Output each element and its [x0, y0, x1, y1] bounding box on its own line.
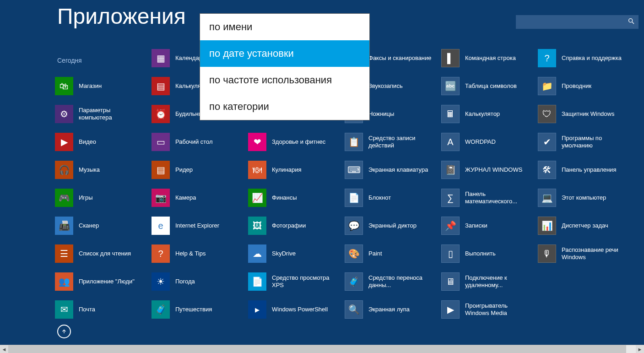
- app-label: Музыка: [79, 166, 100, 174]
- app-tile[interactable]: ?Help & Tips: [152, 242, 243, 265]
- app-tile[interactable]: ▶Проигрыватель Windows Media: [441, 298, 533, 321]
- app-tile[interactable]: 💬Экранный диктор: [345, 214, 436, 237]
- app-tile[interactable]: ∑Панель математического...: [441, 186, 533, 209]
- app-icon: 💬: [345, 217, 363, 235]
- app-icon: 📊: [538, 217, 556, 235]
- app-tile[interactable]: 📁Проводник: [538, 75, 629, 98]
- app-tile[interactable]: ▸Windows PowerShell: [248, 298, 340, 321]
- app-tile[interactable]: 🛡Защитник Windows: [538, 103, 629, 125]
- app-tile[interactable]: 🧳Путешествия: [152, 298, 243, 321]
- scroll-track[interactable]: [8, 345, 636, 353]
- app-label: Распознавание речи Windows: [562, 246, 628, 261]
- sort-option-category[interactable]: по категории: [200, 93, 369, 120]
- app-label: Кулинария: [272, 166, 302, 174]
- app-tile[interactable]: ☁SkyDrive: [248, 242, 340, 265]
- horizontal-scrollbar[interactable]: ◄ ►: [0, 345, 644, 353]
- app-tile[interactable]: 🎨Paint: [345, 242, 436, 265]
- app-label: Этот компьютер: [562, 194, 606, 201]
- app-tile[interactable]: 📓ЖУРНАЛ WINDOWS: [441, 158, 533, 181]
- app-tile[interactable]: 🎮Игры: [55, 186, 146, 209]
- app-tile[interactable]: 🖩Калькулятор: [441, 103, 533, 125]
- app-label: Рабочий стол: [175, 138, 213, 146]
- app-label: Видео: [79, 138, 96, 146]
- app-icon: 📈: [248, 189, 266, 207]
- app-icon: ▤: [152, 161, 170, 179]
- app-tile[interactable]: ⚙Параметры компьютера: [55, 103, 146, 125]
- app-tile[interactable]: 📄Блокнот: [345, 186, 436, 209]
- app-tile[interactable]: 🛠Панель управления: [538, 158, 629, 181]
- app-tile[interactable]: eInternet Explorer: [152, 214, 243, 237]
- app-tile[interactable]: 🎧Музыка: [55, 158, 146, 181]
- app-tile[interactable]: 🎙Распознавание речи Windows: [538, 242, 629, 265]
- scroll-thumb[interactable]: [8, 345, 626, 353]
- app-icon: 📁: [538, 77, 556, 95]
- sort-menu: по имени по дате установки по частоте ис…: [200, 13, 370, 120]
- sort-option-name[interactable]: по имени: [200, 14, 369, 40]
- app-icon: ▶: [441, 300, 460, 319]
- app-tile[interactable]: ☰Список для чтения: [55, 242, 146, 265]
- app-tile[interactable]: ❤Здоровье и фитнес: [248, 130, 340, 153]
- app-label: Help & Tips: [175, 250, 206, 257]
- app-tile[interactable]: 🔍Экранная лупа: [345, 298, 436, 321]
- app-tile[interactable]: ☀Погода: [152, 270, 243, 293]
- app-label: Почта: [79, 306, 95, 313]
- app-tile[interactable]: 📌Записки: [441, 214, 533, 237]
- sort-option-frequency[interactable]: по частоте использования: [200, 67, 369, 93]
- app-tile[interactable]: 🔤Таблица символов: [441, 75, 533, 98]
- app-tile[interactable]: ▌Командная строка: [441, 47, 533, 70]
- app-icon: 🧳: [152, 300, 170, 319]
- app-tile[interactable]: ▯Выполнить: [441, 242, 533, 265]
- app-tile[interactable]: AWORDPAD: [441, 130, 533, 153]
- app-label: Средство записи действий: [368, 135, 435, 150]
- app-tile[interactable]: 📋Средство записи действий: [345, 130, 436, 153]
- app-icon: 🔤: [441, 77, 460, 95]
- app-icon: 🍽: [248, 161, 266, 179]
- app-icon: ▶: [55, 133, 73, 151]
- app-tile[interactable]: ✔Программы по умолчанию: [538, 130, 629, 153]
- app-tile[interactable]: ▤Ридер: [152, 158, 243, 181]
- app-label: Экранная лупа: [368, 306, 410, 313]
- app-label: WORDPAD: [465, 138, 496, 146]
- app-tile[interactable]: 🖼Фотографии: [248, 214, 340, 237]
- app-icon: 🎮: [55, 189, 73, 207]
- app-label: Проигрыватель Windows Media: [465, 302, 531, 317]
- app-tile[interactable]: 👥Приложение "Люди": [55, 270, 146, 293]
- app-tile[interactable]: 🛍Магазин: [55, 75, 146, 98]
- app-label: Экранная клавиатура: [368, 166, 428, 174]
- sort-option-install-date[interactable]: по дате установки: [200, 40, 369, 67]
- app-label: Средство просмотра XPS: [272, 274, 338, 289]
- back-to-start-button[interactable]: [57, 325, 71, 338]
- app-icon: ∑: [441, 189, 460, 207]
- search-icon: [628, 17, 635, 27]
- app-label: Калькулятор: [465, 110, 500, 118]
- app-label: Фотографии: [272, 222, 306, 229]
- app-tile[interactable]: ?Справка и поддержка: [538, 47, 629, 70]
- app-icon: 📄: [345, 189, 363, 207]
- app-tile[interactable]: 📄Средство просмотра XPS: [248, 270, 340, 293]
- scroll-left-button[interactable]: ◄: [0, 345, 8, 353]
- app-tile[interactable]: ⌨Экранная клавиатура: [345, 158, 436, 181]
- app-tile[interactable]: 📷Камера: [152, 186, 243, 209]
- app-tile[interactable]: 📊Диспетчер задач: [538, 214, 629, 237]
- app-label: Игры: [79, 194, 93, 201]
- app-icon: 📌: [441, 217, 460, 235]
- search-input[interactable]: [516, 15, 639, 29]
- app-icon: ☁: [248, 244, 266, 263]
- app-tile[interactable]: ▶Видео: [55, 130, 146, 153]
- app-tile[interactable]: 📈Финансы: [248, 186, 340, 209]
- app-tile[interactable]: 🖥Подключение к удаленному...: [441, 270, 533, 293]
- app-label: Защитник Windows: [562, 110, 614, 118]
- app-tile[interactable]: 🍽Кулинария: [248, 158, 340, 181]
- app-icon: 📷: [152, 189, 170, 207]
- app-tile[interactable]: ✉Почта: [55, 298, 146, 321]
- app-tile[interactable]: ▭Рабочий стол: [152, 130, 243, 153]
- svg-point-0: [629, 19, 633, 22]
- app-tile[interactable]: 🧳Средство переноса данны...: [345, 270, 436, 293]
- app-tile[interactable]: 💻Этот компьютер: [538, 186, 629, 209]
- app-icon: ✔: [538, 133, 556, 151]
- app-label: Финансы: [272, 194, 297, 201]
- app-icon: ?: [152, 244, 170, 263]
- app-icon: 🔍: [345, 300, 363, 319]
- scroll-right-button[interactable]: ►: [636, 345, 644, 353]
- app-tile[interactable]: 📠Сканер: [55, 214, 146, 237]
